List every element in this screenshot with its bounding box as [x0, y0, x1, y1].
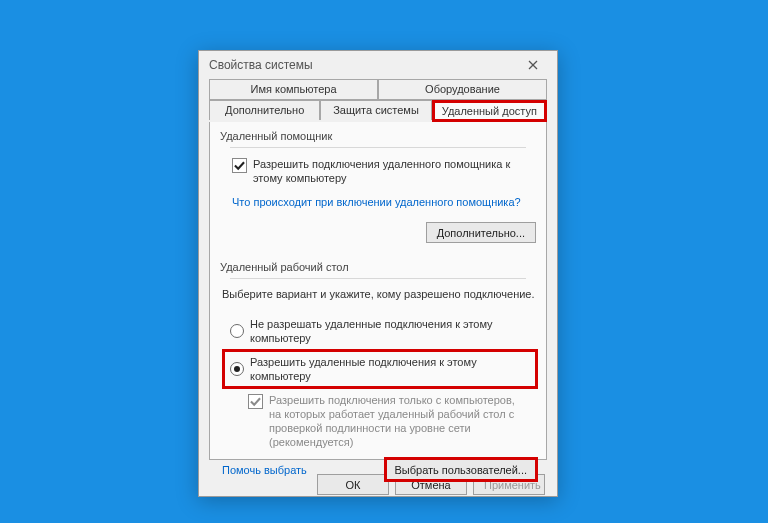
tab-remote[interactable]: Удаленный доступ	[432, 100, 547, 122]
tab-system-protection[interactable]: Защита системы	[320, 100, 431, 120]
group-label-desktop: Удаленный рабочий стол	[220, 261, 349, 273]
allow-assistance-checkbox[interactable]	[232, 158, 247, 173]
radio-allow[interactable]	[230, 362, 244, 376]
group-label-assistance: Удаленный помощник	[220, 130, 332, 142]
close-button[interactable]	[513, 52, 553, 78]
system-properties-dialog: Свойства системы Имя компьютера Оборудов…	[198, 50, 558, 497]
assistance-advanced-button[interactable]: Дополнительно...	[426, 222, 536, 243]
window-title: Свойства системы	[209, 58, 513, 72]
radio-disallow-row[interactable]: Не разрешать удаленные подключения к это…	[230, 317, 536, 345]
help-choose-link[interactable]: Помочь выбрать	[222, 464, 307, 476]
check-icon	[233, 159, 246, 172]
tab-strip: Имя компьютера Оборудование Дополнительн…	[209, 79, 547, 122]
check-icon	[249, 395, 262, 408]
tab-computer-name[interactable]: Имя компьютера	[209, 79, 378, 100]
titlebar: Свойства системы	[199, 51, 557, 79]
allow-assistance-label: Разрешить подключения удаленного помощни…	[253, 157, 513, 185]
radio-disallow-label: Не разрешать удаленные подключения к это…	[250, 317, 536, 345]
tab-hardware[interactable]: Оборудование	[378, 79, 547, 100]
remote-desktop-group: Удаленный рабочий стол Выберите вариант …	[220, 261, 536, 480]
radio-allow-row[interactable]: Разрешить удаленные подключения к этому …	[224, 351, 536, 387]
close-icon	[528, 60, 538, 70]
assistance-help-link[interactable]: Что происходит при включении удаленного …	[232, 196, 521, 208]
remote-assistance-group: Удаленный помощник Разрешить подключения…	[220, 130, 536, 243]
remote-panel: Удаленный помощник Разрешить подключения…	[209, 122, 547, 460]
radio-allow-label: Разрешить удаленные подключения к этому …	[250, 355, 530, 383]
nla-label: Разрешить подключения только с компьютер…	[269, 393, 529, 449]
select-users-button[interactable]: Выбрать пользователей...	[386, 459, 537, 480]
remote-desktop-hint: Выберите вариант и укажите, кому разреше…	[222, 287, 536, 301]
tab-advanced[interactable]: Дополнительно	[209, 100, 320, 120]
radio-disallow[interactable]	[230, 324, 244, 338]
nla-checkbox[interactable]	[248, 394, 263, 409]
